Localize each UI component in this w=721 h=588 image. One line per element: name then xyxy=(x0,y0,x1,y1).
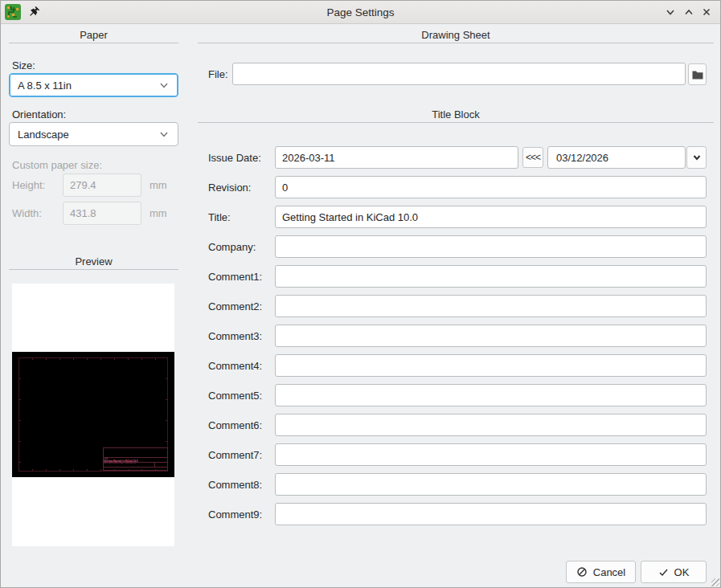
orientation-select[interactable]: Landscape xyxy=(9,122,178,146)
title-label: Title: xyxy=(208,211,231,223)
cancel-button[interactable]: Cancel xyxy=(566,561,636,583)
comment4-label: Comment4: xyxy=(208,360,262,372)
paper-size-value: A 8.5 x 11in xyxy=(18,80,72,92)
comment8-label: Comment8: xyxy=(208,479,262,491)
window-close-button[interactable] xyxy=(700,6,713,18)
comment5-input[interactable] xyxy=(275,384,707,406)
size-label: Size: xyxy=(12,59,35,71)
drawing-sheet-section-divider xyxy=(198,43,714,43)
kicad-app-icon xyxy=(5,4,21,20)
orientation-label: Orientation: xyxy=(12,108,66,120)
width-unit: mm xyxy=(150,207,167,219)
comment8-input[interactable] xyxy=(275,473,707,496)
custom-paper-size-label: Custom paper size: xyxy=(12,159,102,171)
revision-label: Revision: xyxy=(208,182,251,194)
chevron-down-icon xyxy=(691,152,703,163)
pin-icon[interactable] xyxy=(27,6,40,18)
date-picker-dropdown-button[interactable] xyxy=(686,146,707,169)
company-label: Company: xyxy=(208,241,256,253)
chevron-down-icon xyxy=(158,129,170,140)
comment5-label: Comment5: xyxy=(208,390,262,402)
file-input[interactable] xyxy=(232,63,686,85)
comment9-input[interactable] xyxy=(275,503,707,525)
window-title: Page Settings xyxy=(1,6,720,18)
ok-button-label: OK xyxy=(674,566,690,578)
preview-title-block: Title: Getting Started in KiCad 10.0 Siz… xyxy=(103,447,168,471)
comment7-label: Comment7: xyxy=(208,449,262,461)
comment3-input[interactable] xyxy=(275,325,707,347)
comment2-label: Comment2: xyxy=(208,300,262,312)
paper-section-divider xyxy=(9,43,178,43)
height-input[interactable] xyxy=(63,174,141,197)
window-shade-button[interactable] xyxy=(664,6,677,18)
comment9-label: Comment9: xyxy=(208,508,262,521)
height-label: Height: xyxy=(12,179,45,191)
page-preview: Title: Getting Started in KiCad 10.0 Siz… xyxy=(12,284,174,546)
comment4-input[interactable] xyxy=(275,354,707,377)
chevron-down-icon xyxy=(158,80,170,91)
preview-section-divider xyxy=(9,269,178,270)
browse-file-button[interactable] xyxy=(688,63,707,85)
window-maximize-button[interactable] xyxy=(682,6,695,18)
paper-section-title: Paper xyxy=(9,29,178,41)
page-settings-dialog: Page Settings Paper Size: A 8.5 x 11in O… xyxy=(0,0,721,588)
copy-date-button[interactable]: <<< xyxy=(522,147,543,168)
issue-date-input[interactable] xyxy=(275,146,518,169)
height-unit: mm xyxy=(150,179,167,191)
issue-date-label: Issue Date: xyxy=(208,152,261,164)
comment6-label: Comment6: xyxy=(208,419,262,431)
company-input[interactable] xyxy=(275,235,707,258)
comment3-label: Comment3: xyxy=(208,330,262,342)
date-picker-value: 03/12/2026 xyxy=(556,152,608,164)
comment7-input[interactable] xyxy=(275,443,707,466)
title-block-section-divider xyxy=(198,122,714,123)
preview-section-title: Preview xyxy=(9,255,178,267)
check-icon xyxy=(658,567,669,578)
titlebar[interactable]: Page Settings xyxy=(1,1,720,24)
file-label: File: xyxy=(208,68,228,80)
title-block-section-title: Title Block xyxy=(198,108,714,120)
comment2-input[interactable] xyxy=(275,295,707,317)
date-picker[interactable]: 03/12/2026 xyxy=(547,146,686,169)
comment1-label: Comment1: xyxy=(208,271,262,283)
width-input[interactable] xyxy=(63,202,141,225)
ok-button[interactable]: OK xyxy=(641,561,707,583)
drawing-sheet-section-title: Drawing Sheet xyxy=(198,29,714,41)
cancel-button-label: Cancel xyxy=(593,566,625,578)
preview-tb-rev-box xyxy=(154,462,167,468)
paper-size-select[interactable]: A 8.5 x 11in xyxy=(9,73,178,97)
folder-icon xyxy=(692,70,703,80)
revision-input[interactable] xyxy=(275,176,707,198)
comment6-input[interactable] xyxy=(275,414,707,436)
orientation-value: Landscape xyxy=(18,129,69,141)
title-input[interactable] xyxy=(275,206,707,228)
width-label: Width: xyxy=(12,207,42,219)
page-preview-sheet: Title: Getting Started in KiCad 10.0 Siz… xyxy=(12,352,174,477)
cancel-icon xyxy=(576,566,588,578)
resize-grip[interactable] xyxy=(711,578,719,586)
comment1-input[interactable] xyxy=(275,265,707,288)
